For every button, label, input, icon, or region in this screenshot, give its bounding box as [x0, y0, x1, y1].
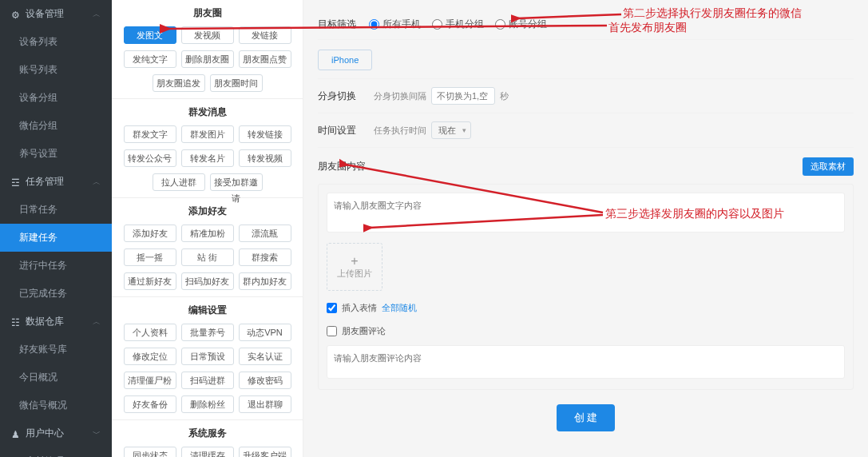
radio-all-phones[interactable]: 所有手机	[369, 18, 421, 31]
task-section-title: 朋友圈	[112, 0, 303, 26]
sidebar-group-user[interactable]: ♟用户中心 ﹀	[0, 419, 112, 447]
task-type-button[interactable]: 接受加群邀请	[210, 173, 263, 191]
task-type-button[interactable]: 好友备份	[124, 395, 176, 413]
task-type-button[interactable]: 发视频	[181, 26, 234, 44]
sidebar-item-wechat-overview[interactable]: 微信号概况	[0, 391, 112, 419]
chevron-up-icon: ︿	[93, 177, 101, 188]
sidebar-group-material[interactable]: ☱素材管理 ﹀	[0, 447, 112, 457]
task-section-title: 添加好友	[112, 197, 303, 225]
chevron-up-icon: ︿	[93, 316, 101, 328]
comment-input[interactable]	[327, 345, 845, 379]
sidebar-item-new-task[interactable]: 新建任务	[0, 224, 112, 252]
task-type-button[interactable]: 群发文字	[124, 125, 176, 143]
task-type-button[interactable]: 转发视频	[239, 149, 291, 167]
task-icon: ☲	[11, 177, 21, 187]
upload-label: 上传图片	[337, 268, 372, 280]
chevron-up-icon: ︿	[93, 9, 101, 20]
content-label: 朋友圈内容	[318, 160, 366, 173]
task-type-button[interactable]: 转发名片	[181, 149, 234, 167]
sidebar-item-account-list[interactable]: 账号列表	[0, 56, 112, 84]
sidebar-item-device-group[interactable]: 设备分组	[0, 84, 112, 112]
target-filter-label: 目标筛选	[318, 18, 369, 31]
task-section-title: 群发消息	[112, 98, 303, 125]
task-form-panel: 目标筛选 所有手机 手机分组 账号分组 iPhone 分身切换 分身切换间隔 秒…	[303, 0, 868, 457]
task-type-button[interactable]: 群内加好友	[239, 272, 291, 290]
clone-interval-input[interactable]	[431, 87, 495, 105]
sidebar-group-data[interactable]: ☷数据仓库 ︿	[0, 308, 112, 336]
sidebar-item-done-task[interactable]: 已完成任务	[0, 280, 112, 308]
task-type-button[interactable]: 升级客户端	[239, 447, 291, 457]
sidebar-item-running-task[interactable]: 进行中任务	[0, 252, 112, 280]
clone-switch-label: 分身切换	[318, 89, 369, 103]
time-setting-label: 时间设置	[318, 124, 369, 137]
content-section: + 上传图片 插入表情 全部随机 朋友圈评论	[318, 184, 854, 390]
task-type-button[interactable]: 清理僵尸粉	[124, 372, 176, 389]
task-type-button[interactable]: 修改定位	[124, 348, 176, 365]
comment-checkbox-label: 朋友圈评论	[342, 325, 386, 337]
select-material-button[interactable]: 选取素材	[803, 157, 854, 176]
user-icon: ♟	[11, 429, 21, 439]
sidebar-item-today-overview[interactable]: 今日概况	[0, 364, 112, 391]
sidebar-item-wechat-group[interactable]: 微信分组	[0, 112, 112, 140]
device-icon: ⚙	[11, 10, 21, 19]
chevron-down-icon: ﹀	[93, 428, 101, 439]
task-type-button[interactable]: 扫码加好友	[181, 272, 234, 290]
upload-image-button[interactable]: + 上传图片	[327, 243, 382, 291]
random-all-link[interactable]: 全部随机	[382, 302, 417, 314]
task-type-button[interactable]: 同步状态	[124, 447, 176, 457]
radio-account-group[interactable]: 账号分组	[495, 18, 547, 31]
task-type-button[interactable]: 站 街	[181, 248, 234, 266]
task-type-button[interactable]: 动态VPN	[239, 324, 291, 341]
task-type-button[interactable]: 通过新好友	[124, 272, 176, 290]
phone-chip[interactable]: iPhone	[318, 50, 372, 70]
moments-text-input[interactable]	[327, 193, 845, 232]
task-type-button[interactable]: 退出群聊	[239, 395, 291, 413]
sidebar-item-device-list[interactable]: 设备列表	[0, 28, 112, 56]
task-type-button[interactable]: 漂流瓶	[239, 225, 291, 242]
sidebar-item-nurture-settings[interactable]: 养号设置	[0, 140, 112, 168]
task-type-button[interactable]: 摇一摇	[124, 248, 176, 266]
sidebar-group-device[interactable]: ⚙设备管理 ︿	[0, 0, 112, 28]
clone-interval-label: 分身切换间隔	[374, 90, 426, 102]
task-type-button[interactable]: 群搜索	[239, 248, 291, 266]
insert-emoji-label: 插入表情	[342, 302, 377, 314]
create-button[interactable]: 创 建	[557, 404, 616, 431]
task-type-button[interactable]: 朋友圈追发	[153, 74, 205, 92]
radio-phone-group[interactable]: 手机分组	[432, 18, 484, 31]
task-type-button[interactable]: 精准加粉	[181, 225, 234, 242]
plus-icon: +	[351, 255, 358, 268]
comment-checkbox[interactable]	[327, 326, 337, 336]
sidebar-group-task[interactable]: ☲任务管理 ︿	[0, 168, 112, 196]
task-type-button[interactable]: 个人资料	[124, 324, 176, 341]
task-type-button[interactable]: 发纯文字	[124, 50, 176, 68]
task-type-button[interactable]: 拉人进群	[153, 173, 205, 191]
task-type-button[interactable]: 转发公众号	[124, 149, 176, 167]
task-type-button[interactable]: 转发链接	[239, 125, 291, 143]
insert-emoji-checkbox[interactable]	[327, 303, 337, 313]
task-type-button[interactable]: 扫码进群	[181, 372, 234, 389]
task-type-button[interactable]: 群发图片	[181, 125, 234, 143]
sidebar: ⚙设备管理 ︿ 设备列表 账号列表 设备分组 微信分组 养号设置 ☲任务管理 ︿…	[0, 0, 112, 457]
target-filter-row: 目标筛选 所有手机 手机分组 账号分组	[318, 10, 854, 40]
task-type-button[interactable]: 清理缓存	[181, 447, 234, 457]
task-type-button[interactable]: 朋友圈点赞	[239, 50, 291, 68]
sidebar-item-daily-task[interactable]: 日常任务	[0, 196, 112, 224]
task-section-title: 系统服务	[112, 419, 303, 447]
exec-time-select[interactable]: 现在	[431, 121, 471, 139]
clone-unit-label: 秒	[500, 90, 509, 102]
task-type-button[interactable]: 修改密码	[239, 372, 291, 389]
task-type-button[interactable]: 日常预设	[181, 348, 234, 365]
task-type-button[interactable]: 发图文	[124, 26, 176, 44]
task-type-button[interactable]: 批量养号	[181, 324, 234, 341]
task-type-button[interactable]: 添加好友	[124, 225, 176, 242]
task-type-button[interactable]: 朋友圈时间	[210, 74, 263, 92]
exec-time-label: 任务执行时间	[374, 125, 426, 137]
task-type-button[interactable]: 发链接	[239, 26, 291, 44]
data-icon: ☷	[11, 317, 21, 327]
sidebar-item-friend-db[interactable]: 好友账号库	[0, 336, 112, 364]
task-type-button[interactable]: 删除朋友圈	[181, 50, 234, 68]
task-type-button[interactable]: 删除粉丝	[181, 395, 234, 413]
time-setting-row: 时间设置 任务执行时间 现在	[318, 113, 854, 148]
task-type-button[interactable]: 实名认证	[239, 348, 291, 365]
task-type-panel: 朋友圈发图文发视频发链接发纯文字删除朋友圈朋友圈点赞朋友圈追发朋友圈时间群发消息…	[112, 0, 303, 457]
